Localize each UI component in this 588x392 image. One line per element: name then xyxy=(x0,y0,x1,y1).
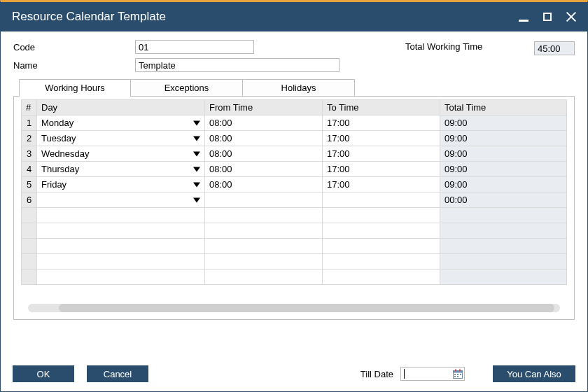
tab-holidays[interactable]: Holidays xyxy=(243,79,355,96)
svg-rect-8 xyxy=(457,376,458,377)
chevron-down-icon[interactable] xyxy=(193,167,200,172)
code-input[interactable] xyxy=(135,40,254,54)
close-button[interactable] xyxy=(565,10,578,23)
svg-rect-6 xyxy=(460,374,461,375)
row-number: 2 xyxy=(22,131,37,146)
table-row[interactable]: 2Tuesday08:0017:0009:00 xyxy=(22,131,567,146)
chevron-down-icon[interactable] xyxy=(193,182,200,187)
to-time-cell[interactable]: 17:00 xyxy=(323,146,440,162)
row-number: 6 xyxy=(22,192,37,208)
ok-button[interactable]: OK xyxy=(13,365,74,382)
col-header-total[interactable]: Total Time xyxy=(440,100,567,115)
till-date-label: Till Date xyxy=(360,369,393,379)
total-time-cell: 09:00 xyxy=(440,115,567,131)
svg-rect-3 xyxy=(459,370,461,372)
chevron-down-icon[interactable] xyxy=(193,120,200,125)
tab-panel: # Day From Time To Time Total Time 1Mond… xyxy=(13,96,575,320)
total-time-cell: 09:00 xyxy=(440,146,567,162)
row-number: 5 xyxy=(22,177,37,192)
till-date-input[interactable] xyxy=(400,367,465,381)
window-buttons xyxy=(517,10,578,23)
table-row[interactable]: 4Thursday08:0017:0009:00 xyxy=(22,162,567,177)
col-header-num[interactable]: # xyxy=(22,100,37,115)
you-can-also-button[interactable]: You Can Also xyxy=(493,365,575,382)
to-time-cell[interactable] xyxy=(323,192,440,208)
svg-rect-7 xyxy=(454,376,456,377)
total-working-time-value xyxy=(534,41,575,55)
working-hours-grid: # Day From Time To Time Total Time 1Mond… xyxy=(21,99,567,285)
code-label: Code xyxy=(13,42,135,52)
day-cell[interactable] xyxy=(37,192,205,208)
chevron-down-icon[interactable] xyxy=(193,197,200,202)
col-header-day[interactable]: Day xyxy=(37,100,205,115)
from-time-cell[interactable]: 08:00 xyxy=(205,146,323,162)
row-number: 3 xyxy=(22,146,37,162)
horizontal-scrollbar[interactable] xyxy=(28,304,560,312)
maximize-button[interactable] xyxy=(541,10,554,23)
name-label: Name xyxy=(13,60,135,71)
table-row[interactable]: 1Monday08:0017:0009:00 xyxy=(22,115,567,131)
svg-rect-1 xyxy=(454,371,463,373)
form-area: Code Name Total Working Time xyxy=(1,31,587,75)
total-time-cell: 09:00 xyxy=(440,177,567,192)
table-row[interactable]: 600:00 xyxy=(22,192,567,208)
from-time-cell[interactable]: 08:00 xyxy=(205,162,323,177)
table-row-empty xyxy=(22,223,567,239)
minimize-button[interactable] xyxy=(517,10,530,23)
row-number: 1 xyxy=(22,115,37,131)
day-cell[interactable]: Wednesday xyxy=(37,146,205,162)
total-working-time-label: Total Working Time xyxy=(405,41,527,52)
col-header-from[interactable]: From Time xyxy=(205,100,323,115)
table-row-empty xyxy=(22,208,567,223)
svg-rect-5 xyxy=(457,374,458,375)
day-cell[interactable]: Monday xyxy=(37,115,205,131)
to-time-cell[interactable]: 17:00 xyxy=(323,177,440,192)
col-header-to[interactable]: To Time xyxy=(323,100,440,115)
day-cell[interactable]: Thursday xyxy=(37,162,205,177)
to-time-cell[interactable]: 17:00 xyxy=(323,131,440,146)
tab-exceptions[interactable]: Exceptions xyxy=(131,79,243,96)
from-time-cell[interactable]: 08:00 xyxy=(205,177,323,192)
chevron-down-icon[interactable] xyxy=(193,136,200,141)
calendar-icon[interactable] xyxy=(453,369,463,379)
total-time-cell: 09:00 xyxy=(440,131,567,146)
name-input[interactable] xyxy=(135,58,340,72)
table-row[interactable]: 3Wednesday08:0017:0009:00 xyxy=(22,146,567,162)
footer: OK Cancel Till Date You Can Also xyxy=(0,365,588,382)
titlebar[interactable]: Resource Calendar Template xyxy=(1,2,587,31)
table-row[interactable]: 5Friday08:0017:0009:00 xyxy=(22,177,567,192)
to-time-cell[interactable]: 17:00 xyxy=(323,162,440,177)
tabs: Working Hours Exceptions Holidays xyxy=(19,79,575,96)
table-row-empty xyxy=(22,270,567,285)
from-time-cell[interactable]: 08:00 xyxy=(205,131,323,146)
svg-rect-2 xyxy=(455,370,456,372)
window-title: Resource Calendar Template xyxy=(12,10,166,24)
total-time-cell: 00:00 xyxy=(440,192,567,208)
day-cell[interactable]: Tuesday xyxy=(37,131,205,146)
cancel-button[interactable]: Cancel xyxy=(87,365,148,382)
chevron-down-icon[interactable] xyxy=(193,151,200,156)
row-number: 4 xyxy=(22,162,37,177)
from-time-cell[interactable] xyxy=(205,192,323,208)
table-row-empty xyxy=(22,254,567,270)
tab-working-hours[interactable]: Working Hours xyxy=(19,79,131,97)
from-time-cell[interactable]: 08:00 xyxy=(205,115,323,131)
total-time-cell: 09:00 xyxy=(440,162,567,177)
to-time-cell[interactable]: 17:00 xyxy=(323,115,440,131)
day-cell[interactable]: Friday xyxy=(37,177,205,192)
svg-rect-4 xyxy=(454,374,456,375)
table-row-empty xyxy=(22,239,567,254)
